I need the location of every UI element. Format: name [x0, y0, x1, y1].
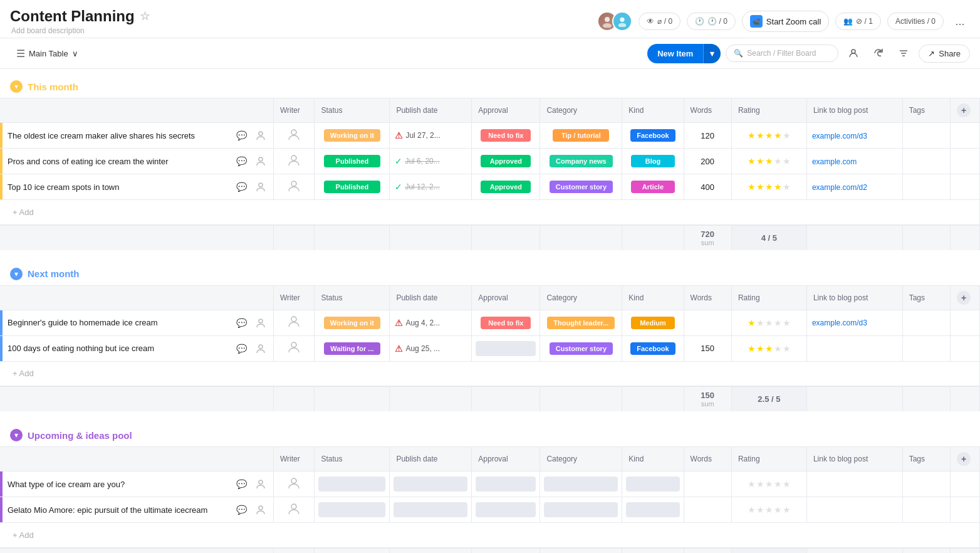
person-btn-1-0[interactable]: [253, 315, 268, 330]
group-upcoming-title[interactable]: Upcoming & ideas pool: [28, 430, 132, 441]
approval-badge[interactable]: Need to fix: [481, 129, 531, 142]
rating-cell[interactable]: ★★★★★: [731, 335, 806, 361]
approval-cell[interactable]: Need to fix: [472, 310, 540, 335]
person-btn-0-1[interactable]: [253, 154, 268, 169]
blog-link[interactable]: example.com/d3: [812, 319, 867, 327]
person-btn-2-0[interactable]: [253, 477, 268, 492]
comment-btn-1-0[interactable]: 💬: [234, 315, 249, 330]
activities-btn[interactable]: Activities / 0: [887, 13, 944, 30]
status-badge[interactable]: Published: [324, 155, 380, 167]
start-zoom-btn[interactable]: 📹 Start Zoom call: [742, 11, 829, 32]
blog-link[interactable]: example.com/d3: [812, 132, 867, 140]
rating-cell[interactable]: ★★★★★: [731, 497, 806, 523]
add-column-btn3[interactable]: +: [957, 452, 971, 466]
category-badge[interactable]: Thought leader...: [547, 317, 615, 329]
rating-cell[interactable]: ★★★★★: [731, 123, 806, 149]
link-cell[interactable]: [806, 335, 902, 361]
publish-date-cell[interactable]: [390, 497, 472, 523]
category-badge[interactable]: Tip / tutorial: [553, 129, 609, 142]
add-column-btn2[interactable]: +: [957, 291, 971, 305]
group-this-month-toggle[interactable]: ▾: [10, 80, 23, 93]
link-cell[interactable]: example.com/d3: [806, 123, 902, 149]
publish-date-cell[interactable]: ✓Jul 12, 2...: [390, 174, 472, 200]
status-cell[interactable]: Published: [315, 174, 390, 200]
approval-cell[interactable]: Approved: [472, 149, 540, 174]
kind-badge[interactable]: Article: [631, 181, 675, 193]
refresh-btn[interactable]: [868, 43, 889, 63]
link-cell[interactable]: example.com: [806, 149, 902, 174]
category-badge[interactable]: Customer story: [550, 342, 613, 355]
kind-cell[interactable]: Facebook: [622, 335, 684, 361]
add-item-btn[interactable]: + Add: [0, 200, 980, 225]
category-cell[interactable]: [540, 471, 622, 497]
status-cell[interactable]: Working on it: [315, 310, 390, 335]
person-btn-2-1[interactable]: [253, 502, 268, 517]
kind-cell[interactable]: Blog: [622, 149, 684, 174]
status-badge[interactable]: Published: [324, 181, 380, 193]
add-item-row[interactable]: + Add: [0, 523, 980, 548]
approval-badge[interactable]: Approved: [481, 181, 531, 193]
kind-cell[interactable]: [622, 497, 684, 523]
add-column-btn[interactable]: +: [957, 103, 971, 117]
category-cell[interactable]: Thought leader...: [540, 310, 622, 335]
star-icon[interactable]: ☆: [140, 9, 150, 23]
table-selector[interactable]: ☰ Main Table ∨: [10, 44, 85, 63]
approval-cell[interactable]: [472, 335, 540, 361]
comment-btn-0-2[interactable]: 💬: [234, 179, 249, 194]
publish-date-cell[interactable]: ⚠Aug 25, ...: [390, 335, 472, 361]
view-counter2-btn[interactable]: 🕐 🕐 / 0: [687, 13, 736, 30]
person-btn-1-1[interactable]: [253, 341, 268, 356]
approval-badge[interactable]: Need to fix: [481, 317, 531, 329]
view-counter1-btn[interactable]: 👁 ⌀ / 0: [639, 13, 680, 30]
new-item-btn[interactable]: New Item ▾: [647, 44, 721, 63]
col-add[interactable]: +: [950, 98, 979, 123]
status-cell[interactable]: [315, 497, 390, 523]
comment-btn-2-0[interactable]: 💬: [234, 477, 249, 492]
add-item-row[interactable]: + Add: [0, 200, 980, 225]
col-add2[interactable]: +: [950, 285, 979, 310]
link-cell[interactable]: [806, 471, 902, 497]
comment-btn-0-1[interactable]: 💬: [234, 154, 249, 169]
kind-badge[interactable]: Facebook: [630, 342, 675, 355]
publish-date-cell[interactable]: ✓Jul 6, 20...: [390, 149, 472, 174]
status-badge[interactable]: Working on it: [324, 317, 380, 329]
blog-link[interactable]: example.com/d2: [812, 183, 867, 192]
search-box[interactable]: 🔍 Search / Filter Board: [726, 45, 838, 62]
kind-badge[interactable]: Medium: [631, 317, 675, 329]
category-cell[interactable]: Customer story: [540, 335, 622, 361]
kind-cell[interactable]: [622, 471, 684, 497]
status-cell[interactable]: Working on it: [315, 123, 390, 149]
approval-cell[interactable]: Approved: [472, 174, 540, 200]
person-btn-0-0[interactable]: [253, 128, 268, 143]
approval-cell[interactable]: [472, 497, 540, 523]
category-cell[interactable]: Company news: [540, 149, 622, 174]
share-btn[interactable]: ↗ Share: [919, 45, 970, 63]
group-this-month-title[interactable]: This month: [28, 82, 78, 92]
status-cell[interactable]: [315, 471, 390, 497]
publish-date-cell[interactable]: ⚠Aug 4, 2...: [390, 310, 472, 335]
status-cell[interactable]: Waiting for ...: [315, 335, 390, 361]
group-next-month-title[interactable]: Next month: [28, 268, 80, 279]
category-cell[interactable]: Customer story: [540, 174, 622, 200]
link-cell[interactable]: [806, 497, 902, 523]
comment-btn-2-1[interactable]: 💬: [234, 502, 249, 517]
person-btn-0-2[interactable]: [253, 179, 268, 194]
link-cell[interactable]: example.com/d2: [806, 174, 902, 200]
kind-cell[interactable]: Article: [622, 174, 684, 200]
status-badge[interactable]: Working on it: [324, 129, 380, 142]
rating-cell[interactable]: ★★★★★: [731, 310, 806, 335]
col-add3[interactable]: +: [950, 447, 979, 471]
add-item-btn[interactable]: + Add: [0, 361, 980, 386]
approval-cell[interactable]: Need to fix: [472, 123, 540, 149]
group-next-month-toggle[interactable]: ▾: [10, 268, 23, 280]
status-cell[interactable]: Published: [315, 149, 390, 174]
person-filter-btn[interactable]: [843, 43, 863, 63]
category-cell[interactable]: [540, 497, 622, 523]
kind-cell[interactable]: Medium: [622, 310, 684, 335]
new-item-arrow[interactable]: ▾: [703, 44, 721, 63]
approval-cell[interactable]: [472, 471, 540, 497]
rating-cell[interactable]: ★★★★★: [731, 471, 806, 497]
kind-badge[interactable]: Blog: [631, 155, 675, 167]
more-options-btn[interactable]: ...: [950, 11, 970, 31]
add-item-row[interactable]: + Add: [0, 361, 980, 386]
